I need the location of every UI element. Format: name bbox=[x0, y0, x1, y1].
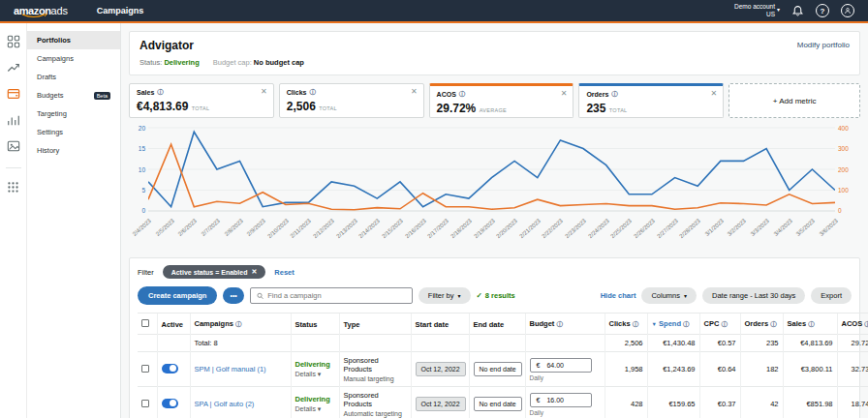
total-spend: €1,430.48 bbox=[647, 335, 699, 352]
portfolios-icon-active[interactable] bbox=[7, 87, 20, 101]
hide-chart-link[interactable]: Hide chart bbox=[601, 291, 636, 300]
active-toggle[interactable] bbox=[162, 399, 178, 408]
status-details-dropdown[interactable]: Details ▾ bbox=[295, 371, 335, 378]
info-icon[interactable]: ⓘ bbox=[808, 320, 815, 327]
campaign-link[interactable]: SPA | Golf auto (2) bbox=[195, 400, 255, 408]
info-icon[interactable]: ⓘ bbox=[309, 88, 316, 97]
close-icon[interactable]: ✕ bbox=[710, 89, 717, 98]
metric-card-orders[interactable]: Ordersⓘ ✕ 235 TOTAL bbox=[578, 83, 724, 118]
header-end-date[interactable]: End date bbox=[469, 314, 525, 335]
create-campaign-button[interactable]: Create campaign bbox=[138, 286, 217, 305]
campaigns-table: Active Campaigns ⓘ Status Type Start dat… bbox=[138, 313, 868, 418]
start-date-field[interactable]: Oct 12, 2022 bbox=[416, 362, 466, 376]
account-switcher[interactable]: Demo account US ▾ bbox=[734, 3, 780, 18]
sidebar-item-campaigns[interactable]: Campaigns bbox=[27, 49, 120, 68]
filter-by-label: Filter by bbox=[428, 291, 454, 300]
export-button[interactable]: Export bbox=[811, 287, 852, 304]
creative-icon[interactable] bbox=[7, 139, 20, 153]
info-icon[interactable]: ⓘ bbox=[770, 320, 777, 327]
header-start-date[interactable]: Start date bbox=[411, 314, 469, 335]
header-acos[interactable]: ACOS ⓘ bbox=[837, 314, 868, 335]
metric-card-acos[interactable]: ACOSⓘ ✕ 29.72% AVERAGE bbox=[429, 83, 574, 118]
help-icon[interactable]: ? bbox=[816, 4, 829, 17]
reports-icon[interactable] bbox=[7, 113, 20, 127]
filter-chip-active-status[interactable]: Active status = Enabled✕ bbox=[163, 265, 266, 279]
info-icon[interactable]: ⓘ bbox=[864, 320, 868, 327]
modify-portfolio-link[interactable]: Modify portfolio bbox=[797, 41, 850, 49]
x-axis-label: 3/4/2023 bbox=[772, 218, 792, 237]
header-clicks[interactable]: Clicks ⓘ bbox=[604, 314, 647, 335]
user-account-icon[interactable] bbox=[841, 4, 854, 17]
header-orders[interactable]: Orders ⓘ bbox=[740, 314, 783, 335]
header-cpc[interactable]: CPC ⓘ bbox=[699, 314, 740, 335]
end-date-field[interactable]: No end date bbox=[474, 397, 522, 411]
info-icon[interactable]: ⓘ bbox=[459, 90, 466, 99]
close-icon[interactable]: ✕ bbox=[561, 89, 568, 98]
info-icon[interactable]: ⓘ bbox=[556, 320, 563, 327]
row-checkbox[interactable] bbox=[141, 365, 149, 373]
x-axis-label: 2/16/2023 bbox=[404, 218, 427, 239]
columns-dropdown[interactable]: Columns▾ bbox=[641, 287, 697, 304]
metric-card-clicks[interactable]: Clicksⓘ ✕ 2,506 TOTAL bbox=[279, 83, 424, 118]
axis-tick-label: 0 bbox=[132, 207, 145, 214]
header-budget[interactable]: Budget ⓘ bbox=[525, 314, 604, 335]
close-icon[interactable]: ✕ bbox=[411, 87, 418, 96]
trends-icon[interactable] bbox=[7, 61, 20, 75]
start-date-field[interactable]: Oct 12, 2022 bbox=[416, 397, 466, 411]
budget-field[interactable]: €16.00 bbox=[530, 393, 592, 407]
cell-clicks: 428 bbox=[604, 387, 647, 418]
budget-field[interactable]: €64.00 bbox=[530, 358, 592, 373]
sidebar-item-targeting[interactable]: Targeting bbox=[27, 104, 120, 123]
close-icon[interactable]: ✕ bbox=[261, 87, 267, 96]
info-icon[interactable]: ⓘ bbox=[611, 90, 618, 99]
status-details-dropdown[interactable]: Details ▾ bbox=[295, 405, 335, 413]
cell-orders: 42 bbox=[740, 387, 783, 418]
info-icon[interactable]: ⓘ bbox=[721, 320, 728, 327]
info-icon[interactable]: ⓘ bbox=[157, 88, 164, 97]
sidebar-item-history[interactable]: History bbox=[27, 141, 120, 160]
filter-chip-label: Active status = Enabled bbox=[171, 269, 248, 276]
amazon-ads-logo[interactable]: amazon ads bbox=[14, 5, 68, 16]
sidebar-item-label: Budgets bbox=[37, 91, 64, 100]
reset-filters-link[interactable]: Reset bbox=[274, 268, 294, 277]
header-status[interactable]: Status bbox=[291, 314, 339, 335]
active-toggle[interactable] bbox=[162, 364, 178, 373]
info-icon[interactable]: ⓘ bbox=[235, 320, 242, 327]
apps-grid-icon[interactable] bbox=[7, 181, 19, 194]
more-actions-button[interactable]: ••• bbox=[223, 287, 243, 304]
row-checkbox[interactable] bbox=[141, 400, 149, 407]
sidebar-item-portfolios[interactable]: Portfolios bbox=[27, 31, 120, 49]
budget-cadence: Daily bbox=[530, 374, 601, 381]
select-all-checkbox[interactable] bbox=[141, 319, 149, 327]
campaign-link[interactable]: SPM | Golf manual (1) bbox=[195, 365, 266, 373]
x-axis-label: 2/25/2023 bbox=[609, 218, 633, 239]
header-sales[interactable]: Sales ⓘ bbox=[783, 314, 837, 335]
metric-card-sales[interactable]: Salesⓘ ✕ €4,813.69 TOTAL bbox=[129, 83, 274, 118]
x-axis-label: 2/12/2023 bbox=[312, 218, 335, 239]
remove-filter-icon[interactable]: ✕ bbox=[251, 268, 257, 276]
dashboard-icon[interactable] bbox=[7, 35, 20, 48]
topnav-campaigns[interactable]: Campaigns bbox=[97, 6, 144, 15]
chart-left-axis: 20151050 bbox=[129, 125, 148, 214]
info-icon[interactable]: ⓘ bbox=[683, 320, 690, 327]
main-content: Advigator Status: Delivering Budget cap:… bbox=[121, 23, 868, 418]
performance-chart: 20151050 2/4/20232/5/20232/6/20232/7/202… bbox=[129, 125, 860, 251]
add-metric-button[interactable]: + Add metric bbox=[728, 83, 860, 118]
header-spend-sorted[interactable]: ▼ Spend ⓘ bbox=[647, 314, 699, 335]
x-axis-label: 2/26/2023 bbox=[633, 218, 656, 239]
header-campaigns[interactable]: Campaigns ⓘ bbox=[190, 314, 291, 335]
sidebar-item-drafts[interactable]: Drafts bbox=[27, 68, 120, 86]
header-type[interactable]: Type bbox=[339, 314, 411, 335]
info-icon[interactable]: ⓘ bbox=[633, 320, 639, 327]
budget-value: 64.00 bbox=[546, 362, 564, 369]
bell-icon[interactable] bbox=[791, 5, 804, 17]
campaign-search[interactable] bbox=[250, 287, 413, 304]
search-input[interactable] bbox=[267, 291, 406, 300]
end-date-field[interactable]: No end date bbox=[474, 362, 522, 376]
sidebar-item-settings[interactable]: Settings bbox=[27, 123, 120, 141]
header-label: Sales bbox=[788, 319, 807, 328]
date-range-dropdown[interactable]: Date range - Last 30 days bbox=[702, 287, 805, 304]
sidebar-item-budgets[interactable]: BudgetsBeta bbox=[27, 86, 120, 104]
header-active[interactable]: Active bbox=[157, 314, 190, 335]
filter-by-dropdown[interactable]: Filter by▾ bbox=[418, 287, 471, 304]
